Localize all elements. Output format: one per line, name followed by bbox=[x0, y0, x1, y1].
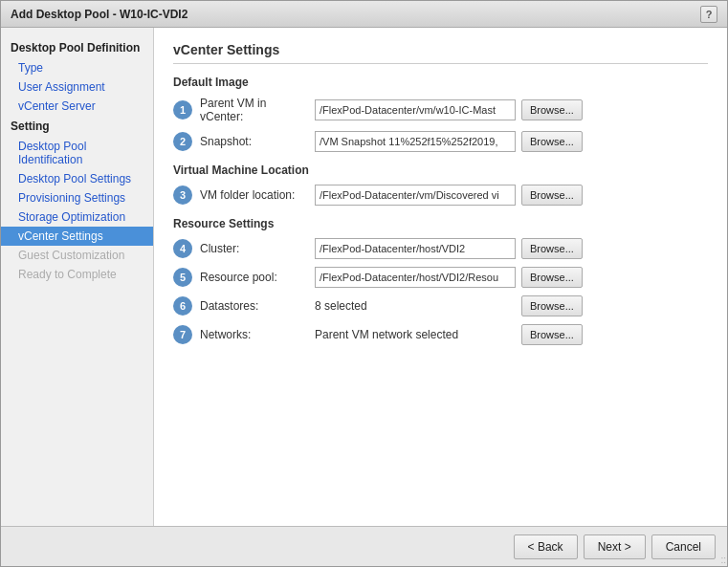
main-content: Desktop Pool Definition Type User Assign… bbox=[1, 28, 727, 526]
sidebar-item-storage-optimization[interactable]: Storage Optimization bbox=[1, 207, 153, 227]
step-1: 1 bbox=[173, 100, 192, 120]
input-snapshot[interactable] bbox=[315, 131, 516, 152]
content-title: vCenter Settings bbox=[173, 42, 708, 64]
label-cluster: Cluster: bbox=[200, 242, 315, 255]
row-cluster: 4 Cluster: Browse... bbox=[173, 238, 708, 259]
sidebar-item-vcenter-server[interactable]: vCenter Server bbox=[1, 97, 153, 116]
sidebar-item-vcenter-settings[interactable]: vCenter Settings bbox=[1, 227, 153, 246]
browse-resource-pool-button[interactable]: Browse... bbox=[521, 267, 583, 288]
row-snapshot: 2 Snapshot: Browse... bbox=[173, 131, 708, 152]
value-networks: Parent VM network selected bbox=[315, 328, 516, 341]
titlebar: Add Desktop Pool - W10-IC-VDI2 ? bbox=[1, 1, 727, 28]
value-datastores: 8 selected bbox=[315, 299, 516, 313]
sidebar-item-guest-customization: Guest Customization bbox=[1, 246, 153, 265]
step-4: 4 bbox=[173, 239, 192, 258]
browse-datastores-button[interactable]: Browse... bbox=[521, 295, 583, 316]
sidebar: Desktop Pool Definition Type User Assign… bbox=[1, 28, 154, 526]
content-area: vCenter Settings Default Image 1 Parent … bbox=[154, 28, 727, 526]
browse-parent-vm-button[interactable]: Browse... bbox=[521, 99, 583, 120]
section-default-image: Default Image bbox=[173, 76, 708, 89]
back-button[interactable]: < Back bbox=[514, 534, 578, 559]
row-networks: 7 Networks: Parent VM network selected B… bbox=[173, 324, 708, 345]
sidebar-item-user-assignment[interactable]: User Assignment bbox=[1, 77, 153, 97]
sidebar-section-setting: Setting bbox=[1, 116, 153, 137]
step-5: 5 bbox=[173, 268, 192, 287]
label-parent-vm: Parent VM invCenter: bbox=[200, 97, 315, 123]
step-2: 2 bbox=[173, 132, 192, 151]
sidebar-item-desktop-pool-settings[interactable]: Desktop Pool Settings bbox=[1, 169, 153, 188]
next-button[interactable]: Next > bbox=[584, 534, 646, 559]
input-resource-pool[interactable] bbox=[315, 267, 516, 288]
label-networks: Networks: bbox=[200, 328, 315, 341]
row-parent-vm: 1 Parent VM invCenter: Browse... bbox=[173, 97, 708, 123]
input-vm-folder[interactable] bbox=[315, 185, 516, 206]
sidebar-item-type[interactable]: Type bbox=[1, 58, 153, 77]
label-snapshot: Snapshot: bbox=[200, 135, 315, 148]
sidebar-item-desktop-pool-identification[interactable]: Desktop Pool Identification bbox=[1, 137, 153, 169]
window-title: Add Desktop Pool - W10-IC-VDI2 bbox=[11, 8, 188, 21]
sidebar-item-provisioning-settings[interactable]: Provisioning Settings bbox=[1, 188, 153, 207]
sidebar-section-definition: Desktop Pool Definition bbox=[1, 37, 153, 58]
resize-handle: :: bbox=[720, 555, 726, 565]
browse-networks-button[interactable]: Browse... bbox=[521, 324, 583, 345]
browse-snapshot-button[interactable]: Browse... bbox=[521, 131, 583, 152]
section-resource-settings: Resource Settings bbox=[173, 217, 708, 230]
browse-cluster-button[interactable]: Browse... bbox=[521, 238, 583, 259]
label-vm-folder: VM folder location: bbox=[200, 188, 315, 202]
step-7: 7 bbox=[173, 325, 192, 344]
browse-vm-folder-button[interactable]: Browse... bbox=[521, 185, 583, 206]
row-datastores: 6 Datastores: 8 selected Browse... bbox=[173, 295, 708, 316]
step-3: 3 bbox=[173, 185, 192, 205]
help-button[interactable]: ? bbox=[700, 6, 717, 23]
label-datastores: Datastores: bbox=[200, 299, 315, 313]
input-cluster[interactable] bbox=[315, 238, 516, 259]
input-parent-vm[interactable] bbox=[315, 99, 516, 120]
row-resource-pool: 5 Resource pool: Browse... bbox=[173, 267, 708, 288]
row-vm-folder: 3 VM folder location: Browse... bbox=[173, 185, 708, 206]
step-6: 6 bbox=[173, 296, 192, 316]
section-vm-location: Virtual Machine Location bbox=[173, 164, 708, 177]
label-resource-pool: Resource pool: bbox=[200, 271, 315, 284]
cancel-button[interactable]: Cancel bbox=[651, 534, 716, 559]
sidebar-item-ready-to-complete: Ready to Complete bbox=[1, 265, 153, 284]
footer: < Back Next > Cancel bbox=[1, 526, 727, 566]
